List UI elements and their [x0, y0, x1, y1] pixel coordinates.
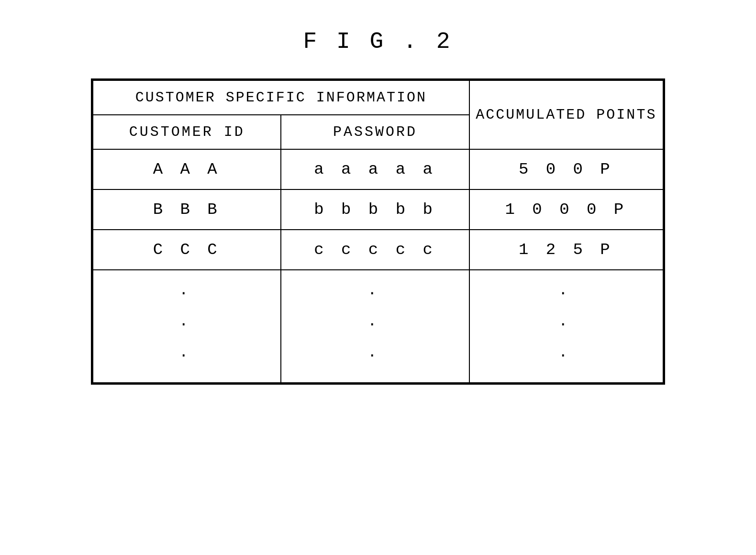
customer-id-cell: A A A [93, 149, 281, 189]
points-cell: 5 0 0 P [469, 149, 663, 189]
customer-id-cell: C C C [93, 230, 281, 270]
table-row: A A A a a a a a 5 0 0 P [93, 149, 663, 189]
ellipsis-cell: ‧‧‧ [281, 270, 469, 383]
password-cell: a a a a a [281, 149, 469, 189]
customer-id-col-header: CUSTOMER ID [93, 115, 281, 149]
ellipsis-cell: ‧‧‧ [93, 270, 281, 383]
table-row: C C C c c c c c 1 2 5 P [93, 230, 663, 270]
customer-id-cell: B B B [93, 189, 281, 230]
figure-title: F I G . 2 [303, 29, 453, 55]
ellipsis-cell: ‧‧‧ [469, 270, 663, 383]
ellipsis-row: ‧‧‧ ‧‧‧ ‧‧‧ [93, 270, 663, 383]
points-cell: 1 0 0 0 P [469, 189, 663, 230]
password-cell: b b b b b [281, 189, 469, 230]
data-table-wrapper: CUSTOMER SPECIFIC INFORMATION ACCUMULATE… [91, 78, 665, 385]
group-header-row: CUSTOMER SPECIFIC INFORMATION ACCUMULATE… [93, 80, 663, 115]
customer-specific-header: CUSTOMER SPECIFIC INFORMATION [93, 80, 469, 115]
password-col-header: PASSWORD [281, 115, 469, 149]
customer-data-table: CUSTOMER SPECIFIC INFORMATION ACCUMULATE… [92, 80, 664, 383]
points-cell: 1 2 5 P [469, 230, 663, 270]
accumulated-points-header: ACCUMULATED POINTS [469, 80, 663, 149]
table-row: B B B b b b b b 1 0 0 0 P [93, 189, 663, 230]
password-cell: c c c c c [281, 230, 469, 270]
